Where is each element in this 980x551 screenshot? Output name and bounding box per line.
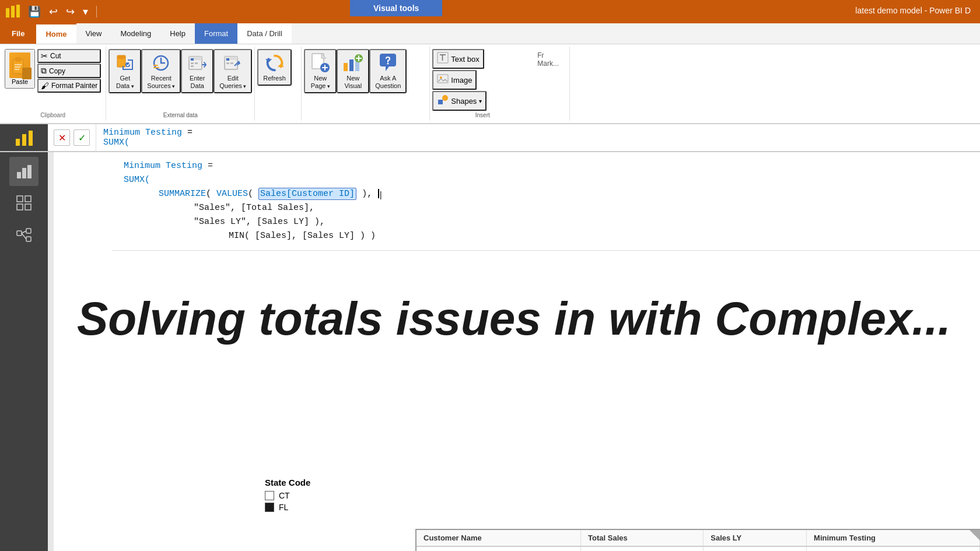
new-page-icon — [310, 52, 331, 73]
shapes-button[interactable]: Shapes ▾ — [432, 91, 487, 111]
edit-queries-button[interactable]: EditQueries — [214, 49, 252, 93]
ribbon-body: Paste ✂ Cut ⧉ Copy 🖌 Format Painter Clip… — [0, 44, 980, 124]
sidebar-icon-bar-chart[interactable] — [9, 157, 38, 186]
canvas[interactable]: Minimum Testing = SUMX( SUMMARIZE( VALUE… — [48, 152, 980, 551]
ct-checkbox[interactable] — [265, 491, 274, 500]
separator — [96, 6, 97, 17]
window-title: latest demo model - Power BI D — [846, 0, 980, 21]
redo-button[interactable]: ↪ — [64, 4, 77, 19]
svg-rect-42 — [17, 172, 21, 178]
copy-label: Copy — [49, 67, 65, 75]
svg-rect-13 — [153, 67, 159, 68]
text-cursor: | — [378, 189, 379, 198]
svg-rect-4 — [15, 57, 21, 62]
svg-rect-6 — [15, 66, 20, 68]
copy-button[interactable]: ⧉ Copy — [37, 64, 101, 78]
get-data-button[interactable]: GetData — [108, 49, 141, 93]
tab-format[interactable]: Format — [195, 23, 237, 44]
formula-controls: ✕ ✓ — [48, 124, 96, 151]
format-painter-icon: 🖌 — [41, 81, 49, 90]
svg-rect-45 — [17, 196, 23, 202]
svg-rect-50 — [26, 229, 31, 233]
ribbon-tabs: File Home View Modeling Help Format Data… — [0, 23, 980, 44]
undo-button[interactable]: ↩ — [47, 4, 60, 19]
new-page-svg — [310, 52, 331, 73]
formula-line1: Minimum Testing = — [103, 128, 192, 138]
state-code-filter: State Code CT FL — [258, 473, 317, 519]
svg-rect-18 — [195, 62, 198, 64]
formula-code-display: Minimum Testing = SUMX( SUMMARIZE( VALUE… — [112, 152, 980, 251]
recent-sources-button[interactable]: RecentSources — [141, 49, 181, 93]
refresh-button[interactable]: Refresh — [257, 49, 292, 86]
cell-customer-name: Aaron Cruz — [416, 546, 581, 551]
formula-bar: ✕ ✓ Minimum Testing = SUMX( — [0, 124, 980, 152]
state-item-ct[interactable]: CT — [265, 491, 310, 500]
enter-data-button[interactable]: EnterData — [181, 49, 214, 93]
code-line2: SUMX( — [124, 173, 968, 187]
new-visual-button[interactable]: NewVisual — [337, 49, 369, 93]
quick-access-dropdown[interactable]: ▾ — [80, 4, 90, 19]
sidebar-icon-grid[interactable] — [9, 188, 38, 217]
svg-rect-46 — [25, 196, 31, 202]
ask-question-button[interactable]: Ask AQuestion — [369, 49, 407, 93]
table-resize-handle[interactable] — [970, 530, 980, 541]
edit-queries-label: EditQueries — [219, 75, 246, 90]
format-painter-button[interactable]: 🖌 Format Painter — [37, 79, 101, 93]
tab-view[interactable]: View — [76, 23, 111, 44]
tab-home[interactable]: Home — [36, 23, 76, 44]
cell-total-sales: 4,758 — [581, 546, 704, 551]
new-page-button[interactable]: NewPage — [304, 49, 337, 93]
save-button[interactable]: 💾 — [26, 4, 43, 19]
new-page-label: NewPage — [311, 75, 330, 90]
svg-rect-0 — [6, 8, 9, 17]
svg-marker-26 — [265, 59, 271, 62]
table-header-row: Customer Name Total Sales Sales LY Minim… — [416, 530, 980, 546]
scissors-icon: ✂ — [41, 51, 48, 61]
svg-rect-48 — [25, 204, 31, 210]
fl-label: FL — [279, 503, 288, 512]
ask-question-icon — [377, 52, 398, 73]
svg-rect-30 — [349, 59, 354, 71]
shapes-dropdown-icon: ▾ — [479, 98, 482, 104]
svg-rect-9 — [117, 55, 125, 59]
svg-rect-1 — [11, 6, 15, 17]
image-button[interactable]: Image — [432, 70, 477, 90]
image-label: Image — [451, 76, 472, 85]
insert-content: Text box Image — [430, 49, 535, 111]
svg-rect-23 — [226, 62, 229, 64]
svg-rect-49 — [17, 231, 22, 236]
tab-data-drill[interactable]: Data / Drill — [237, 23, 292, 44]
text-box-button[interactable]: Text box — [432, 49, 484, 69]
refresh-icon — [264, 52, 285, 73]
tab-modeling[interactable]: Modeling — [111, 23, 160, 44]
data-table-container: Customer Name Total Sales Sales LY Minim… — [415, 529, 980, 551]
format-painter-label: Format Painter — [51, 82, 97, 90]
fl-checkbox[interactable] — [265, 503, 274, 512]
svg-rect-19 — [191, 65, 194, 67]
formula-editor[interactable]: Minimum Testing = SUMX( — [96, 124, 980, 151]
state-item-fl[interactable]: FL — [265, 503, 310, 512]
svg-rect-12 — [153, 65, 158, 66]
formula-cancel-button[interactable]: ✕ — [54, 129, 70, 146]
cut-button[interactable]: ✂ Cut — [37, 49, 101, 63]
new-visual-icon — [342, 52, 363, 73]
svg-rect-5 — [15, 64, 22, 65]
code-line5: "Sales LY", [Sales LY] ), — [124, 215, 968, 229]
sidebar-icon-network[interactable] — [9, 220, 38, 249]
chart-icon — [13, 127, 34, 148]
code-line1: Minimum Testing = — [124, 159, 968, 173]
get-data-icon — [114, 52, 135, 73]
data-table: Customer Name Total Sales Sales LY Minim… — [416, 530, 980, 551]
paste-button[interactable]: Paste — [5, 49, 35, 89]
formula-accept-button[interactable]: ✓ — [74, 129, 90, 146]
tab-help[interactable]: Help — [160, 23, 195, 44]
svg-point-38 — [442, 95, 448, 101]
text-box-label: Text box — [451, 55, 479, 64]
formula-chart-icon[interactable] — [0, 124, 48, 151]
state-code-title: State Code — [265, 478, 310, 487]
tab-file[interactable]: File — [0, 23, 36, 44]
insert-group: Text box Image — [430, 47, 535, 121]
svg-rect-24 — [230, 62, 233, 64]
enter-data-label: EnterData — [190, 75, 205, 90]
svg-marker-25 — [277, 64, 284, 67]
